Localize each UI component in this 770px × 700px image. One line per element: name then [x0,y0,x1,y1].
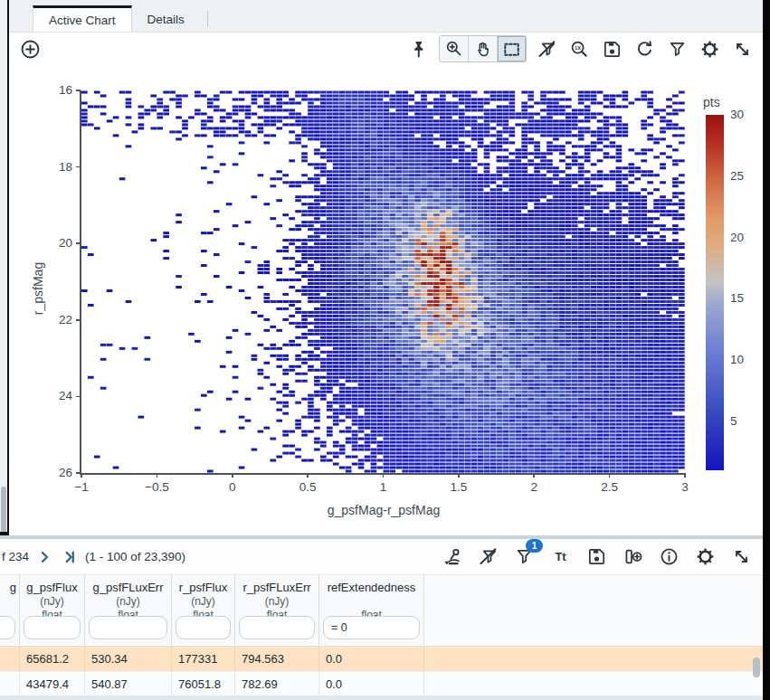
x-tick-label: 3 [667,480,703,494]
chart-toolbar: 1X [9,33,763,65]
colorbar-tick-label: 20 [730,231,744,244]
row-filler [424,647,763,671]
app-root: Active Chart Details 1X g_psfMag-r_psfMa… [0,0,770,700]
column-name: refExtendedness [319,580,423,595]
chart-options-icon[interactable] [698,37,722,61]
cell-r_psfFLuxErr[interactable]: 794.563 [235,647,319,671]
column-filter-input[interactable] [24,616,81,639]
text-view-icon[interactable]: Tt [548,544,573,569]
cell-g_psfFlux[interactable]: 43479.4 [20,672,85,695]
colorbar-tick-label: 10 [730,353,744,366]
next-page-button[interactable] [34,547,54,567]
table-row-selected[interactable]: 65681.2530.34177331794.5630.0 [0,647,763,671]
x-tick-mark [609,473,611,478]
x-tick-mark [307,473,309,478]
save-table-icon[interactable] [585,544,609,569]
table-row[interactable]: 43479.4540.8776051.8782.690.0 [0,671,763,695]
cell-r_psfFlux[interactable]: 177331 [172,647,235,671]
tab-separator [207,11,208,27]
column-header-refExtendedness[interactable]: refExtendednessfloat= 0 [319,575,424,646]
colorbar-tick-label: 15 [730,291,744,305]
colorbar-title: pts [703,95,720,109]
expand-chart-icon[interactable] [730,37,755,61]
column-filter-input[interactable] [176,616,231,639]
chart-toolbar-left [18,37,43,61]
tab-active-chart[interactable]: Active Chart [33,5,132,32]
cell-refExtendedness[interactable]: 0.0 [319,647,424,671]
left-scrollbar-thumb[interactable] [1,487,6,534]
chart-plot-region: g_psfMag-r_psfMag r_psfMag pts −1−0.500.… [9,65,763,535]
pan-tool-icon[interactable] [469,36,498,61]
pin-chart-icon[interactable] [406,37,431,61]
chevron-last-icon [61,548,79,566]
tab-details[interactable]: Details [132,7,200,32]
cell-g_psfFLuxErr[interactable]: 530.34 [85,647,172,671]
x-tick-label: 0.5 [290,480,326,494]
column-filter-input[interactable]: = 0 [323,616,420,639]
column-unit [319,595,423,609]
select-tool-icon[interactable] [498,36,526,61]
cell-r_psfFLuxErr[interactable]: 782.69 [235,672,319,695]
table-pagination: f 234 (1 - 100 of 23,390) [2,547,185,567]
table-toolbar-right: 1Tt [440,544,754,569]
column-header-partial[interactable]: g [0,575,20,646]
chart-panel: Active Chart Details 1X g_psfMag-r_psfMa… [9,0,763,535]
table-horizontal-scrollbar[interactable] [0,695,763,700]
x-tick-label: 0 [214,480,251,494]
cell-refExtendedness[interactable]: 0.0 [319,672,424,695]
y-tick-mark [76,319,81,321]
cell-g_psfFLuxErr[interactable]: 540.87 [85,672,172,695]
row-filler [424,672,763,695]
heatmap-canvas[interactable] [81,90,685,473]
column-header-g_psfFLuxErr[interactable]: g_psfFLuxErr(nJy)float [85,575,172,646]
window-edge [763,0,770,700]
table-rows: 65681.2530.34177331794.5630.043479.4540.… [0,647,763,695]
column-filter-input[interactable] [0,616,15,639]
column-filter-input[interactable] [89,616,167,639]
last-page-button[interactable] [60,547,80,567]
restore-chart-icon[interactable] [632,37,657,61]
colorbar-tick-label: 30 [730,108,744,121]
zoom-original-icon[interactable]: 1X [567,37,592,61]
x-tick-label: 1 [366,480,402,494]
add-chart-icon[interactable] [18,37,43,61]
cell-partial[interactable] [0,647,20,671]
cell-partial[interactable] [0,672,20,695]
add-column-icon[interactable] [621,544,645,569]
column-header-g_psfFlux[interactable]: g_psfFlux(nJy)float [20,575,85,646]
chart-tool-group [439,35,527,62]
table-options-icon[interactable] [693,544,718,569]
save-chart-icon[interactable] [600,37,624,61]
cell-r_psfFlux[interactable]: 76051.8 [172,672,235,695]
y-tick-mark [76,90,81,91]
x-tick-mark [232,473,233,478]
x-tick-mark [157,473,158,478]
table-panel: f 234 (1 - 100 of 23,390) 1Tt gg_psfFlux… [0,539,763,700]
info-icon[interactable] [657,544,681,569]
column-name: r_psfFlux [172,580,234,595]
x-tick-label: 2 [516,480,552,494]
filters-button-with-badge[interactable]: 1 [512,544,537,569]
clear-filters-icon[interactable] [476,544,500,569]
pagination-total-label: f 234 [2,550,29,563]
column-name: g_psfFlux [20,580,84,595]
y-tick-label: 24 [36,389,72,402]
svg-text:1X: 1X [575,44,581,50]
column-header-r_psfFlux[interactable]: r_psfFlux(nJy)float [172,575,235,646]
cell-g_psfFlux[interactable]: 65681.2 [20,647,85,671]
x-axis-title: g_psfMag-r_psfMag [81,503,686,517]
filter-count-badge: 1 [526,539,543,553]
table-vertical-scrollbar-thumb[interactable] [753,657,760,677]
clear-filters-icon[interactable] [535,37,559,61]
column-header-r_psfFLuxErr[interactable]: r_psfFLuxErr(nJy)float [235,575,319,646]
y-axis-line [80,90,81,475]
chart-toolbar-right: 1X [406,35,755,62]
table-tools-dropdown-icon[interactable] [440,544,464,569]
tab-label: Active Chart [49,14,116,27]
chart-tabbar: Active Chart Details [9,0,763,33]
column-filter-input[interactable] [239,616,315,639]
filters-icon[interactable] [665,37,689,61]
zoom-tool-icon[interactable] [440,36,469,61]
column-unit [0,595,19,609]
expand-table-icon[interactable] [729,544,754,569]
